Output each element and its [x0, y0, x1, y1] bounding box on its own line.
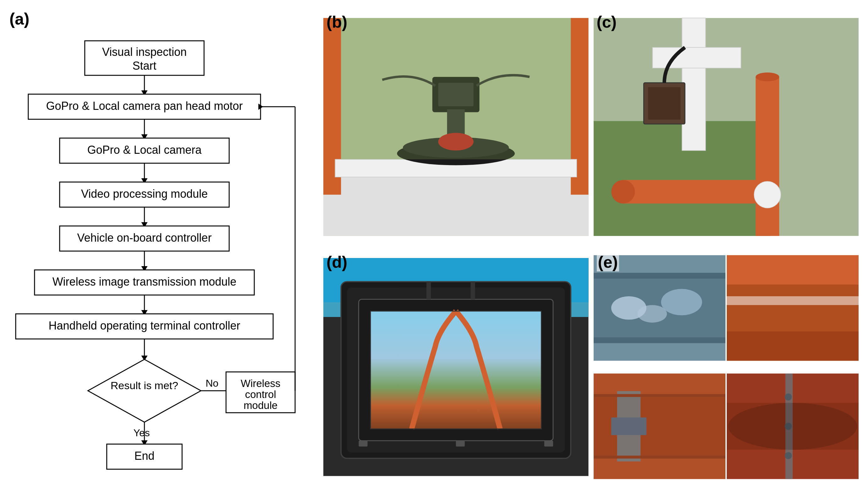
- svg-text:Handheld operating terminal co: Handheld operating terminal controller: [49, 319, 240, 332]
- svg-text:GoPro & Local camera pan head : GoPro & Local camera pan head motor: [46, 99, 243, 112]
- e-image-3: [593, 368, 725, 485]
- svg-rect-97: [611, 417, 646, 435]
- svg-point-103: [785, 393, 792, 400]
- svg-point-85: [638, 305, 667, 323]
- e-image-2: [727, 249, 858, 366]
- svg-rect-93: [727, 331, 858, 361]
- svg-rect-80: [426, 282, 431, 299]
- svg-text:control: control: [245, 388, 276, 400]
- svg-rect-78: [456, 441, 465, 446]
- label-d: (d): [326, 253, 347, 271]
- svg-text:Vehicle on-board controller: Vehicle on-board controller: [77, 231, 212, 244]
- photo-e-grid: [593, 249, 859, 484]
- svg-rect-61: [756, 77, 779, 236]
- photo-d-image: [323, 249, 589, 484]
- svg-rect-81: [471, 282, 475, 299]
- label-a: (a): [10, 10, 317, 28]
- svg-rect-79: [544, 441, 553, 446]
- e-image-4: [727, 368, 858, 485]
- bottom-photo-row: (d): [323, 249, 858, 484]
- left-panel: (a) Visual inspection Start GoPro & Loca…: [10, 10, 317, 484]
- svg-rect-91: [727, 296, 858, 305]
- svg-rect-90: [727, 285, 858, 331]
- photo-c-cell: (c): [593, 10, 859, 245]
- svg-point-106: [728, 403, 857, 450]
- svg-rect-66: [648, 87, 680, 119]
- svg-text:GoPro & Local camera: GoPro & Local camera: [87, 144, 202, 156]
- label-e: (e): [597, 253, 619, 271]
- svg-rect-88: [593, 337, 725, 343]
- svg-text:Start: Start: [132, 59, 156, 72]
- label-c: (c): [597, 13, 617, 32]
- right-panel: (b): [323, 10, 858, 484]
- svg-point-64: [611, 180, 635, 203]
- svg-point-67: [754, 182, 780, 208]
- svg-text:End: End: [134, 450, 154, 462]
- e-img-3-svg: [593, 368, 725, 485]
- svg-text:module: module: [244, 400, 278, 411]
- photo-d-cell: (d): [323, 249, 589, 484]
- main-container: (a) Visual inspection Start GoPro & Loca…: [0, 0, 868, 494]
- svg-text:Result is met?: Result is met?: [111, 379, 178, 392]
- svg-rect-99: [593, 455, 725, 458]
- svg-point-105: [785, 452, 792, 459]
- svg-text:No: No: [206, 378, 219, 389]
- svg-text:Visual inspection: Visual inspection: [102, 45, 187, 58]
- top-photo-row: (b): [323, 10, 858, 245]
- svg-rect-59: [682, 18, 705, 150]
- svg-text:Wireless image transmission mo: Wireless image transmission module: [52, 275, 237, 288]
- svg-rect-56: [341, 18, 571, 159]
- svg-point-86: [661, 289, 702, 316]
- e-img-2-svg: [727, 249, 858, 366]
- svg-rect-87: [593, 273, 725, 279]
- svg-text:Yes: Yes: [133, 427, 150, 438]
- photo-c-image: [593, 10, 859, 245]
- svg-rect-75: [371, 311, 541, 429]
- svg-rect-98: [593, 394, 725, 397]
- svg-point-62: [756, 73, 779, 81]
- svg-rect-63: [623, 180, 770, 203]
- svg-rect-60: [652, 48, 741, 68]
- e-img-4-svg: [727, 368, 858, 485]
- photo-e-cell: (e): [593, 249, 859, 484]
- svg-rect-77: [359, 441, 367, 446]
- svg-text:Video processing module: Video processing module: [81, 187, 208, 200]
- photo-b-cell: (b): [323, 10, 589, 245]
- photo-b-image: [323, 10, 589, 245]
- svg-rect-92: [727, 255, 858, 284]
- label-b: (b): [326, 13, 347, 32]
- svg-text:Wireless: Wireless: [241, 378, 281, 389]
- flowchart-svg: Visual inspection Start GoPro & Local ca…: [10, 32, 308, 494]
